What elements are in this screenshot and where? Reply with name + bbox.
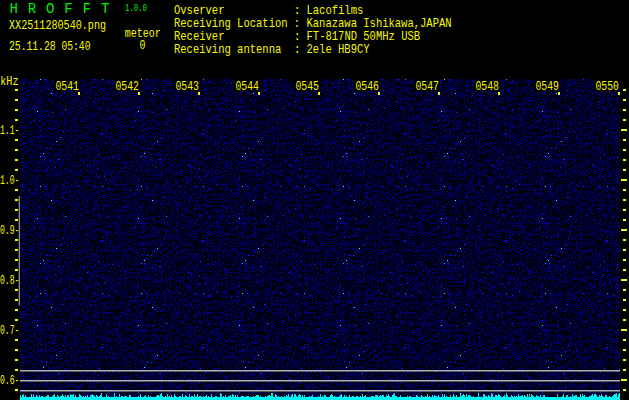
svg-text:0.8-: 0.8- — [0, 274, 20, 288]
svg-text:1.1-: 1.1- — [0, 124, 20, 138]
svg-text:0549: 0549 — [536, 80, 560, 94]
svg-text:0546: 0546 — [356, 80, 380, 94]
svg-text:1.0.0: 1.0.0 — [125, 2, 147, 14]
svg-text:0550: 0550 — [596, 80, 620, 94]
svg-text:0545: 0545 — [296, 80, 320, 94]
svg-text:0544: 0544 — [236, 80, 260, 94]
svg-text:1.0-: 1.0- — [0, 174, 20, 188]
svg-text:0.6-: 0.6- — [0, 374, 20, 388]
svg-text:kHz: kHz — [0, 75, 18, 89]
svg-text:0: 0 — [140, 39, 146, 53]
svg-text:Receiving antenna : 2ele HB9C: Receiving antenna : 2ele HB9CY — [174, 42, 370, 57]
svg-text:0541: 0541 — [56, 80, 80, 94]
svg-text:0548: 0548 — [476, 80, 500, 94]
svg-text:25.11.28 05:40: 25.11.28 05:40 — [9, 40, 91, 54]
svg-text:0.9-: 0.9- — [0, 224, 20, 238]
svg-text:0.7-: 0.7- — [0, 324, 20, 338]
svg-text:0543: 0543 — [176, 80, 200, 94]
svg-text:XX2511280540.png: XX2511280540.png — [9, 19, 106, 33]
svg-text:0542: 0542 — [116, 80, 140, 94]
svg-text:0547: 0547 — [416, 80, 440, 94]
